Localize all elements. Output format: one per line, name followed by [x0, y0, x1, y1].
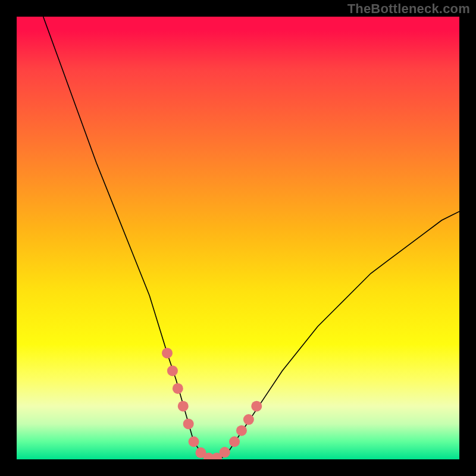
curve-marker	[178, 401, 189, 412]
curve-marker	[162, 347, 173, 358]
curve-marker	[173, 383, 183, 394]
watermark-label: TheBottleneck.com	[347, 1, 470, 17]
curve-marker	[251, 401, 262, 412]
curve-marker	[229, 436, 240, 447]
curve-marker	[236, 425, 247, 436]
chart-plot-area	[17, 17, 459, 459]
curve-marker	[243, 414, 254, 425]
curve-markers	[162, 347, 262, 459]
curve-marker	[167, 365, 178, 376]
bottleneck-curve	[43, 17, 459, 459]
curve-marker	[220, 447, 230, 458]
curve-marker	[183, 418, 194, 429]
chart-frame: TheBottleneck.com	[0, 0, 476, 476]
curve-marker	[189, 436, 199, 447]
chart-svg	[17, 17, 459, 459]
